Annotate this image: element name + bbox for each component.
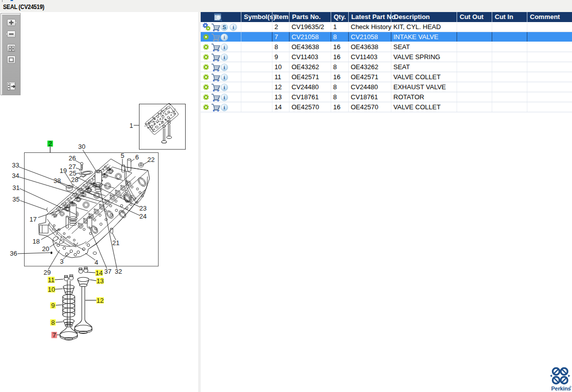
svg-text:10: 10: [48, 286, 55, 293]
svg-text:12: 12: [96, 297, 103, 304]
svg-text:33: 33: [12, 161, 19, 169]
svg-text:28: 28: [71, 176, 78, 183]
svg-text:i: i: [223, 54, 225, 60]
svg-text:19: 19: [60, 167, 67, 174]
svg-text:26: 26: [69, 154, 76, 162]
svg-text:32: 32: [115, 268, 122, 275]
svg-text:18: 18: [33, 238, 40, 245]
svg-text:i: i: [232, 24, 234, 30]
svg-text:36: 36: [10, 250, 17, 257]
svg-text:i: i: [223, 64, 225, 70]
svg-text:3: 3: [60, 258, 63, 265]
svg-text:13: 13: [96, 277, 103, 285]
svg-text:S: S: [222, 24, 226, 30]
svg-text:11: 11: [48, 276, 55, 284]
svg-text:14: 14: [95, 269, 102, 277]
svg-text:i: i: [223, 34, 225, 40]
svg-text:34: 34: [12, 172, 19, 179]
svg-text:i: i: [223, 84, 225, 90]
svg-text:2: 2: [48, 140, 52, 147]
svg-text:6: 6: [135, 153, 138, 161]
svg-text:22: 22: [148, 156, 155, 163]
svg-text:30: 30: [78, 143, 85, 150]
svg-text:9: 9: [51, 302, 55, 309]
svg-text:17: 17: [30, 216, 37, 223]
svg-text:21: 21: [112, 239, 119, 247]
svg-text:31: 31: [13, 184, 20, 191]
svg-text:1: 1: [129, 122, 133, 129]
svg-text:i: i: [223, 44, 225, 50]
svg-text:Perkins: Perkins: [551, 385, 571, 391]
svg-text:29: 29: [44, 269, 51, 276]
svg-text:8: 8: [51, 319, 55, 326]
svg-text:24: 24: [139, 213, 147, 220]
svg-text:38: 38: [54, 177, 61, 184]
svg-text:5: 5: [120, 152, 124, 159]
svg-text:i: i: [223, 74, 225, 80]
svg-text:i: i: [223, 104, 225, 110]
svg-text:37: 37: [104, 268, 111, 275]
svg-text:i: i: [223, 94, 225, 100]
svg-text:23: 23: [139, 205, 147, 212]
svg-text:20: 20: [42, 245, 49, 253]
svg-text:7: 7: [52, 331, 56, 339]
svg-text:4: 4: [94, 259, 98, 266]
svg-text:35: 35: [13, 195, 20, 203]
